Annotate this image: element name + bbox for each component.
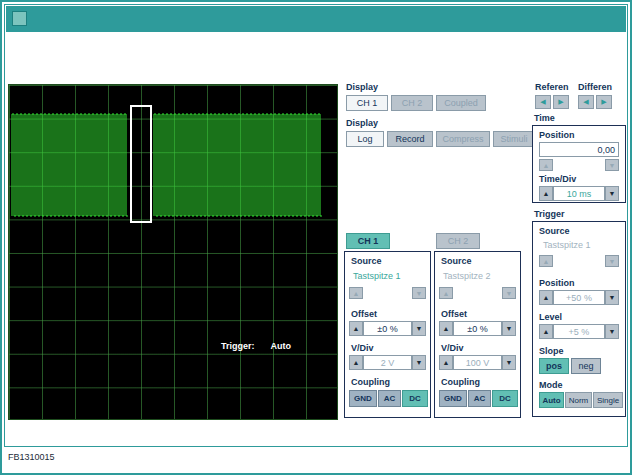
display-ch1-button[interactable]: CH 1 — [346, 95, 388, 111]
trigger-level-label: Level — [539, 312, 562, 322]
trigger-level-down-button[interactable]: ▼ — [605, 324, 619, 339]
scope-display[interactable]: Trigger: Auto — [8, 84, 338, 420]
display-ch2-button[interactable]: CH 2 — [391, 95, 433, 111]
down-arrow-icon: ▼ — [506, 290, 513, 297]
trigger-source-up-button[interactable]: ▲ — [539, 255, 553, 267]
ch1-dc-button[interactable]: DC — [402, 390, 428, 407]
record-button[interactable]: Record — [387, 131, 433, 147]
mode-auto-button[interactable]: Auto — [539, 392, 564, 408]
zoom-selection-box[interactable] — [131, 106, 151, 222]
time-position-label: Position — [539, 130, 575, 140]
ch2-panel: Source Tastspitze 2 ▲ ▼ Offset ▲ ±0 % ▼ … — [434, 251, 521, 418]
ch1-source-value[interactable]: Tastspitze 1 — [353, 271, 401, 281]
log-button[interactable]: Log — [346, 131, 384, 147]
titlebar — [6, 6, 626, 32]
ch1-offset-label: Offset — [351, 309, 377, 319]
tab-ch1[interactable]: CH 1 — [346, 233, 390, 249]
trigger-source-value[interactable]: Tastspitze 1 — [543, 240, 591, 250]
display-coupled-button[interactable]: Coupled — [436, 95, 486, 111]
trigger-level-field[interactable]: +5 % — [553, 324, 605, 339]
ch1-source-up-button[interactable]: ▲ — [349, 287, 363, 299]
slope-neg-button[interactable]: neg — [571, 358, 601, 374]
ch2-vdiv-down-button[interactable]: ▼ — [502, 355, 516, 370]
display-channels-label: Display — [346, 82, 378, 92]
up-arrow-icon: ▲ — [543, 258, 550, 265]
stimuli-button[interactable]: Stimuli — [493, 131, 535, 147]
trigger-readout: Trigger: Auto — [221, 341, 291, 351]
ch2-source-value[interactable]: Tastspitze 2 — [443, 271, 491, 281]
down-arrow-icon: ▼ — [609, 190, 616, 197]
ch2-offset-down-button[interactable]: ▼ — [502, 321, 516, 336]
ch1-offset-field[interactable]: ±0 % — [363, 321, 412, 336]
ch2-vdiv-label: V/Div — [441, 343, 464, 353]
trigger-position-label: Position — [539, 278, 575, 288]
mode-single-button[interactable]: Single — [593, 392, 623, 408]
timediv-up-button[interactable]: ▲ — [539, 186, 553, 201]
trigger-position-down-button[interactable]: ▼ — [605, 290, 619, 305]
down-arrow-icon: ▼ — [609, 258, 616, 265]
trigger-level-up-button[interactable]: ▲ — [539, 324, 553, 339]
up-arrow-icon: ▲ — [543, 162, 550, 169]
right-arrow-icon: ▶ — [601, 98, 606, 106]
differential-prev-button[interactable]: ◀ — [578, 95, 594, 109]
ch2-vdiv-field[interactable]: 100 V — [453, 355, 502, 370]
ch1-panel: Source Tastspitze 1 ▲ ▼ Offset ▲ ±0 % ▼ … — [344, 251, 431, 418]
down-arrow-icon: ▼ — [609, 294, 616, 301]
waveform-svg — [9, 85, 337, 419]
time-position-down-button[interactable]: ▼ — [605, 159, 619, 171]
reference-next-button[interactable]: ▶ — [553, 95, 569, 109]
differential-label: Differen — [578, 82, 612, 92]
trigger-readout-value: Auto — [271, 341, 292, 351]
ch2-source-label: Source — [441, 256, 472, 266]
up-arrow-icon: ▲ — [443, 359, 450, 366]
up-arrow-icon: ▲ — [353, 359, 360, 366]
trigger-slope-label: Slope — [539, 346, 564, 356]
trigger-mode-label: Mode — [539, 380, 563, 390]
trigger-position-up-button[interactable]: ▲ — [539, 290, 553, 305]
trigger-position-field[interactable]: +50 % — [553, 290, 605, 305]
up-arrow-icon: ▲ — [543, 328, 550, 335]
ch2-source-down-button[interactable]: ▼ — [502, 287, 516, 299]
ch2-vdiv-up-button[interactable]: ▲ — [439, 355, 453, 370]
ch1-ac-button[interactable]: AC — [378, 390, 401, 407]
down-arrow-icon: ▼ — [416, 359, 423, 366]
ch1-offset-down-button[interactable]: ▼ — [412, 321, 426, 336]
ch1-gnd-button[interactable]: GND — [349, 390, 377, 407]
time-position-up-button[interactable]: ▲ — [539, 159, 553, 171]
ch2-source-up-button[interactable]: ▲ — [439, 287, 453, 299]
compress-button[interactable]: Compress — [436, 131, 490, 147]
trigger-source-label: Source — [539, 226, 570, 236]
tab-ch2[interactable]: CH 2 — [436, 233, 480, 249]
display-modes-label: Display — [346, 118, 378, 128]
waveform-trace — [12, 114, 322, 216]
left-arrow-icon: ◀ — [583, 98, 588, 106]
trigger-source-down-button[interactable]: ▼ — [605, 255, 619, 267]
differential-next-button[interactable]: ▶ — [596, 95, 612, 109]
figure-id-label: FB1310015 — [8, 452, 55, 462]
titlebar-icon — [12, 11, 27, 26]
ch2-offset-up-button[interactable]: ▲ — [439, 321, 453, 336]
ch2-offset-field[interactable]: ±0 % — [453, 321, 502, 336]
down-arrow-icon: ▼ — [609, 162, 616, 169]
ch2-ac-button[interactable]: AC — [468, 390, 491, 407]
mode-norm-button[interactable]: Norm — [565, 392, 592, 408]
time-panel: Position 0,00 ▲ ▼ Time/Div ▲ 10 ms ▼ — [532, 125, 626, 203]
down-arrow-icon: ▼ — [416, 325, 423, 332]
trigger-panel-label: Trigger — [534, 209, 565, 219]
up-arrow-icon: ▲ — [443, 325, 450, 332]
ch1-vdiv-up-button[interactable]: ▲ — [349, 355, 363, 370]
ch1-vdiv-down-button[interactable]: ▼ — [412, 355, 426, 370]
ch2-gnd-button[interactable]: GND — [439, 390, 467, 407]
time-position-field[interactable]: 0,00 — [539, 142, 619, 157]
up-arrow-icon: ▲ — [443, 290, 450, 297]
reference-prev-button[interactable]: ◀ — [535, 95, 551, 109]
ch1-offset-up-button[interactable]: ▲ — [349, 321, 363, 336]
right-arrow-icon: ▶ — [558, 98, 563, 106]
timediv-down-button[interactable]: ▼ — [605, 186, 619, 201]
ch1-vdiv-field[interactable]: 2 V — [363, 355, 412, 370]
timediv-field[interactable]: 10 ms — [553, 186, 605, 201]
ch1-vdiv-label: V/Div — [351, 343, 374, 353]
ch2-dc-button[interactable]: DC — [492, 390, 518, 407]
ch1-source-down-button[interactable]: ▼ — [412, 287, 426, 299]
slope-pos-button[interactable]: pos — [539, 358, 569, 374]
